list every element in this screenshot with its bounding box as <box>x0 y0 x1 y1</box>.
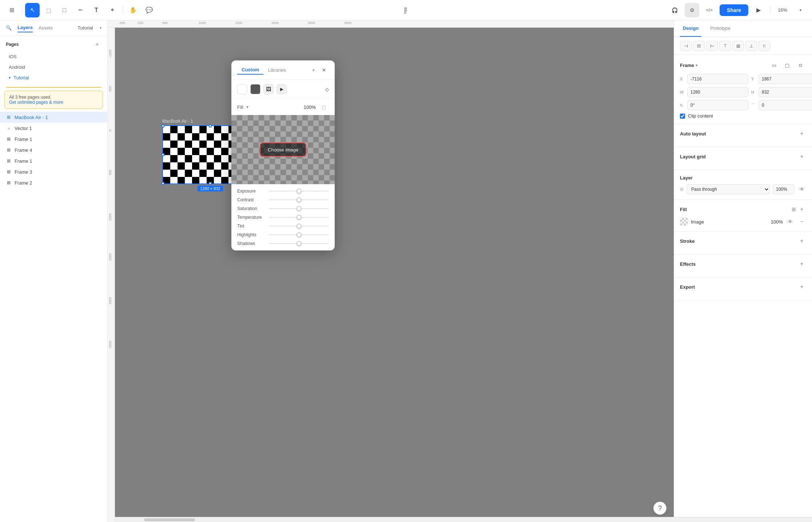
page-item-ios[interactable]: iOS <box>6 52 102 62</box>
align-middle-v-button[interactable]: ⊞ <box>732 41 744 51</box>
handle-bm[interactable] <box>209 182 212 185</box>
slider-thumb-highlights[interactable] <box>296 232 302 237</box>
tab-design[interactable]: Design <box>680 20 701 37</box>
menu-button[interactable]: ⊞ <box>4 3 19 17</box>
stroke-add-button[interactable]: + <box>797 237 806 245</box>
slider-track-tint[interactable] <box>269 226 329 226</box>
fill-dropdown-arrow[interactable]: ▾ <box>246 104 248 110</box>
slider-track-contrast[interactable] <box>269 199 329 200</box>
page-item-android[interactable]: Android <box>6 62 102 72</box>
fill-add-button[interactable]: + <box>797 205 806 214</box>
swatch-white[interactable] <box>237 84 247 94</box>
layer-frame4[interactable]: ⊞ Frame 4 <box>0 145 107 155</box>
layer-vector1[interactable]: ○ Vector 1 <box>0 123 107 134</box>
swatch-dark[interactable] <box>250 84 260 94</box>
canvas-area[interactable]: -350 -250 500 1000 1500 2000 2500 3000 -… <box>108 20 674 522</box>
handle-bl[interactable] <box>162 182 164 185</box>
picker-add-button[interactable]: + <box>309 65 319 75</box>
layout-grid-add-button[interactable]: + <box>797 152 806 161</box>
choose-image-button[interactable]: Choose image <box>260 143 306 157</box>
slider-track-highlights[interactable] <box>269 234 329 235</box>
x-input[interactable] <box>687 74 748 84</box>
frame-tool-button[interactable]: ⬚ <box>41 3 56 17</box>
picker-tab-libraries[interactable]: Libraries <box>263 66 290 74</box>
zoom-chevron[interactable]: ▾ <box>793 3 808 17</box>
corner-input[interactable] <box>759 100 812 110</box>
hand-tool-button[interactable]: ✋ <box>126 3 140 17</box>
slider-thumb-saturation[interactable] <box>296 206 302 211</box>
slider-thumb-exposure[interactable] <box>296 189 302 194</box>
slider-track-saturation[interactable] <box>269 208 329 209</box>
handle-ml[interactable] <box>162 153 164 156</box>
layer-opacity-input[interactable] <box>773 184 795 194</box>
slider-track-exposure[interactable] <box>269 191 329 191</box>
bottom-scrollbar[interactable] <box>115 517 812 522</box>
component-tool-button[interactable]: ❖ <box>105 3 120 17</box>
layer-frame1a[interactable]: ⊞ Frame 1 <box>0 134 107 145</box>
select-tool-button[interactable]: ↖ <box>25 3 40 17</box>
page-item-tutorial[interactable]: ▾ Tutorial <box>6 73 102 83</box>
align-bottom-button[interactable]: ⊥ <box>745 41 757 51</box>
handle-tl[interactable] <box>162 124 164 127</box>
slider-track-temperature[interactable] <box>269 217 329 218</box>
fill-visibility-button[interactable]: 👁 <box>786 217 795 226</box>
picker-tab-custom[interactable]: Custom <box>237 66 263 75</box>
rotation-input[interactable] <box>687 100 748 110</box>
layer-visibility-button[interactable]: 👁 <box>797 185 806 194</box>
frame-icon-2[interactable]: ▢ <box>781 60 793 70</box>
layer-frame3[interactable]: ⊞ Frame 3 <box>0 166 107 177</box>
slider-thumb-contrast[interactable] <box>296 197 302 202</box>
code-button[interactable]: </> <box>702 3 717 17</box>
picker-options-button[interactable]: ⬚ <box>319 102 329 112</box>
frame-icon-1[interactable]: ▭ <box>768 60 780 70</box>
align-center-h-button[interactable]: ⊟ <box>693 41 705 51</box>
effects-add-button[interactable]: + <box>797 260 806 268</box>
comment-tool-button[interactable]: 💬 <box>142 3 156 17</box>
settings-button[interactable]: ⚙ <box>685 3 699 17</box>
y-input[interactable] <box>759 74 812 84</box>
tab-layers[interactable]: Layers <box>17 23 33 32</box>
play-button[interactable]: ▶ <box>751 3 766 17</box>
slider-thumb-temperature[interactable] <box>296 215 302 220</box>
zoom-level[interactable]: 16% <box>775 6 790 14</box>
frame-icon-3[interactable]: ⊡ <box>795 60 806 70</box>
swatch-video[interactable]: ▶ <box>276 84 287 94</box>
shape-tool-button[interactable]: □ <box>57 3 72 17</box>
share-button[interactable]: Share <box>720 4 748 16</box>
layer-blend-mode-select[interactable]: Pass through Normal Darken Multiply <box>686 184 770 194</box>
fill-grid-icon[interactable]: ⊞ <box>792 206 796 212</box>
search-icon[interactable]: 🔍 <box>6 24 12 32</box>
add-page-button[interactable]: + <box>93 40 102 49</box>
text-tool-button[interactable]: T <box>89 3 104 17</box>
h-input[interactable] <box>759 87 812 97</box>
export-add-button[interactable]: + <box>797 282 806 291</box>
handle-tm[interactable] <box>209 124 212 127</box>
audio-button[interactable]: 🎧 <box>667 3 682 17</box>
image-preview[interactable]: Choose image <box>231 115 335 184</box>
scroll-thumb[interactable] <box>144 518 195 521</box>
swatch-image[interactable]: 🖼 <box>263 84 274 94</box>
tutorial-chevron[interactable]: ▾ <box>100 26 102 30</box>
auto-layout-add-button[interactable]: + <box>797 129 806 138</box>
tutorial-label[interactable]: Tutorial <box>77 25 93 31</box>
fill-remove-button[interactable]: − <box>797 217 806 226</box>
align-left-button[interactable]: ⊣ <box>680 41 692 51</box>
tab-assets[interactable]: Assets <box>39 24 53 32</box>
align-distribute-h-button[interactable]: ⁞⁞ <box>759 41 770 51</box>
w-input[interactable] <box>687 87 748 97</box>
layer-macbook[interactable]: ⊞ MacBook Air - 1 <box>0 112 107 123</box>
slider-track-shadows[interactable] <box>269 243 329 244</box>
warning-link[interactable]: Get unlimited pages & more <box>9 100 63 105</box>
slider-thumb-shadows[interactable] <box>296 241 302 246</box>
align-right-button[interactable]: ⊢ <box>706 41 718 51</box>
layer-frame2[interactable]: ⊞ Frame 2 <box>0 177 107 188</box>
layer-frame1b[interactable]: ⊞ Frame 1 <box>0 155 107 166</box>
tab-prototype[interactable]: Prototype <box>707 20 733 37</box>
pen-tool-button[interactable]: ✏ <box>73 3 88 17</box>
slider-thumb-tint[interactable] <box>296 224 302 229</box>
fill-type-swatch[interactable] <box>680 218 688 226</box>
clip-content-checkbox[interactable] <box>680 114 685 119</box>
picker-close-button[interactable]: ✕ <box>319 65 329 75</box>
help-button[interactable]: ? <box>653 502 666 515</box>
align-top-button[interactable]: ⊤ <box>719 41 731 51</box>
